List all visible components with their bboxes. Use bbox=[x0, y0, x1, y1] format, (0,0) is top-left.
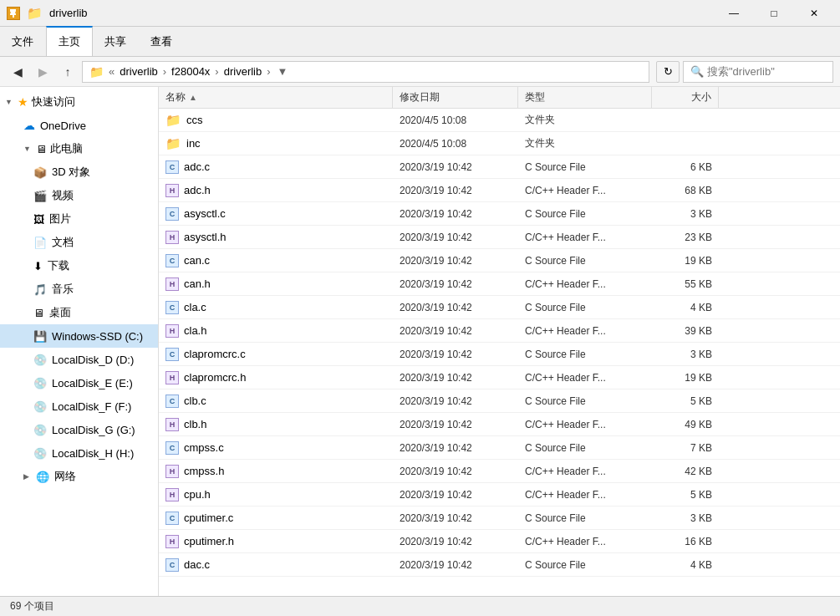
file-size: 16 KB bbox=[652, 536, 719, 547]
addr-folder-icon: 📁 bbox=[89, 65, 104, 79]
downloads-label: 下载 bbox=[48, 258, 69, 273]
col-header-size[interactable]: 大小 bbox=[652, 87, 719, 109]
sidebar-item-music[interactable]: 🎵 音乐 bbox=[0, 277, 158, 301]
file-type: C Source File bbox=[518, 512, 652, 524]
table-row[interactable]: 📁 inc 2020/4/5 10:08 文件夹 bbox=[159, 132, 840, 155]
table-row[interactable]: C clapromcrc.c 2020/3/19 10:42 C Source … bbox=[159, 343, 840, 366]
file-size: 19 KB bbox=[652, 372, 719, 384]
onedrive-label: OneDrive bbox=[40, 120, 86, 132]
sidebar-item-d-drive[interactable]: 💿 LocalDisk_D (D:) bbox=[0, 348, 158, 371]
file-size: 5 KB bbox=[652, 395, 719, 407]
file-type: C Source File bbox=[518, 255, 652, 267]
table-row[interactable]: C asysctl.c 2020/3/19 10:42 C Source Fil… bbox=[159, 202, 840, 226]
forward-button[interactable]: ▶ bbox=[32, 61, 53, 83]
folder-icon: 📁 bbox=[165, 113, 181, 128]
close-button[interactable]: ✕ bbox=[795, 0, 833, 27]
sidebar-item-quick-access[interactable]: ▼ ★ 快速访问 bbox=[0, 90, 158, 114]
table-row[interactable]: C cmpss.c 2020/3/19 10:42 C Source File … bbox=[159, 436, 840, 460]
quick-access-label: 快速访问 bbox=[32, 94, 75, 109]
c-file-icon: C bbox=[165, 254, 179, 267]
col-header-type[interactable]: 类型 bbox=[518, 87, 652, 109]
table-row[interactable]: C clb.c 2020/3/19 10:42 C Source File 5 … bbox=[159, 389, 840, 413]
file-type: C/C++ Header F... bbox=[518, 466, 652, 477]
table-row[interactable]: C cputimer.c 2020/3/19 10:42 C Source Fi… bbox=[159, 507, 840, 530]
h-drive-icon: 💿 bbox=[33, 447, 47, 460]
up-button[interactable]: ↑ bbox=[57, 61, 79, 83]
sidebar-item-onedrive[interactable]: ☁ OneDrive bbox=[0, 114, 158, 137]
sidebar-item-pictures[interactable]: 🖼 图片 bbox=[0, 207, 158, 231]
table-row[interactable]: H clapromcrc.h 2020/3/19 10:42 C/C++ Hea… bbox=[159, 366, 840, 389]
file-name: can.h bbox=[184, 277, 211, 290]
search-input[interactable] bbox=[707, 65, 840, 78]
table-row[interactable]: H cla.h 2020/3/19 10:42 C/C++ Header F..… bbox=[159, 319, 840, 343]
maximize-button[interactable]: □ bbox=[755, 0, 793, 27]
file-name: clapromcrc.h bbox=[184, 371, 246, 384]
network-icon: ▶ bbox=[23, 472, 29, 481]
addr-part-1: driverlib bbox=[120, 65, 158, 78]
c-drive-label: Windows-SSD (C:) bbox=[52, 330, 143, 343]
c-file-icon: C bbox=[165, 558, 179, 572]
sidebar-item-video[interactable]: 🎬 视频 bbox=[0, 184, 158, 207]
file-type: C/C++ Header F... bbox=[518, 325, 652, 337]
table-row[interactable]: H asysctl.h 2020/3/19 10:42 C/C++ Header… bbox=[159, 226, 840, 249]
table-row[interactable]: H adc.h 2020/3/19 10:42 C/C++ Header F..… bbox=[159, 179, 840, 202]
sort-arrow-name: ▲ bbox=[189, 93, 197, 102]
sidebar-item-e-drive[interactable]: 💿 LocalDisk_E (E:) bbox=[0, 371, 158, 395]
h-file-icon: H bbox=[165, 535, 179, 548]
file-date: 2020/3/19 10:42 bbox=[393, 161, 518, 173]
file-name: clb.h bbox=[184, 418, 206, 430]
table-row[interactable]: C cla.c 2020/3/19 10:42 C Source File 4 … bbox=[159, 296, 840, 319]
minimize-button[interactable]: — bbox=[715, 0, 753, 27]
file-type: C/C++ Header F... bbox=[518, 278, 652, 290]
sidebar-item-h-drive[interactable]: 💿 LocalDisk_H (H:) bbox=[0, 441, 158, 465]
sidebar-item-desktop[interactable]: 🖥 桌面 bbox=[0, 301, 158, 324]
sidebar-item-network[interactable]: ▶ 🌐 网络 bbox=[0, 465, 158, 488]
sidebar-item-thispc[interactable]: ▼ 🖥 此电脑 bbox=[0, 137, 158, 160]
tab-share[interactable]: 共享 bbox=[93, 27, 139, 56]
file-date: 2020/3/19 10:42 bbox=[393, 442, 518, 454]
table-row[interactable]: 📁 ccs 2020/4/5 10:08 文件夹 bbox=[159, 109, 840, 132]
table-row[interactable]: H cmpss.h 2020/3/19 10:42 C/C++ Header F… bbox=[159, 460, 840, 483]
folder-icon: 📁 bbox=[165, 136, 181, 151]
tab-view[interactable]: 查看 bbox=[139, 27, 185, 56]
address-box[interactable]: 📁 « driverlib › f28004x › driverlib › ▼ bbox=[82, 61, 649, 83]
h-drive-label: LocalDisk_H (H:) bbox=[52, 447, 134, 460]
file-size: 4 KB bbox=[652, 302, 719, 313]
addr-part-2: f28004x bbox=[171, 65, 210, 78]
addr-part-3: driverlib bbox=[224, 65, 262, 78]
tab-file[interactable]: 文件 bbox=[0, 27, 46, 56]
music-icon: 🎵 bbox=[33, 283, 47, 296]
sidebar-item-docs[interactable]: 📄 文档 bbox=[0, 231, 158, 254]
col-header-name[interactable]: 名称 ▲ bbox=[159, 87, 393, 109]
file-date: 2020/3/19 10:42 bbox=[393, 208, 518, 220]
file-name: ccs bbox=[186, 114, 203, 126]
table-row[interactable]: H cpu.h 2020/3/19 10:42 C/C++ Header F..… bbox=[159, 483, 840, 507]
pictures-icon: 🖼 bbox=[33, 213, 44, 226]
table-row[interactable]: H can.h 2020/3/19 10:42 C/C++ Header F..… bbox=[159, 272, 840, 296]
table-row[interactable]: C can.c 2020/3/19 10:42 C Source File 19… bbox=[159, 249, 840, 272]
sidebar-item-downloads[interactable]: ⬇ 下载 bbox=[0, 254, 158, 277]
file-size: 39 KB bbox=[652, 325, 719, 337]
h-file-icon: H bbox=[165, 277, 179, 291]
sidebar-item-3d[interactable]: 📦 3D 对象 bbox=[0, 160, 158, 184]
sidebar: ▼ ★ 快速访问 ☁ OneDrive ▼ 🖥 此电脑 📦 3D 对象 🎬 视频… bbox=[0, 87, 159, 596]
file-name: cmpss.c bbox=[184, 441, 224, 454]
tab-home[interactable]: 主页 bbox=[46, 26, 93, 56]
sidebar-item-g-drive[interactable]: 💿 LocalDisk_G (G:) bbox=[0, 418, 158, 441]
table-row[interactable]: H cputimer.h 2020/3/19 10:42 C/C++ Heade… bbox=[159, 530, 840, 553]
back-button[interactable]: ◀ bbox=[7, 61, 28, 83]
sidebar-item-c-drive[interactable]: 💾 Windows-SSD (C:) bbox=[0, 324, 158, 348]
c-file-icon: C bbox=[165, 207, 179, 221]
table-row[interactable]: H clb.h 2020/3/19 10:42 C/C++ Header F..… bbox=[159, 413, 840, 436]
refresh-button[interactable]: ↻ bbox=[656, 61, 680, 83]
table-row[interactable]: C dac.c 2020/3/19 10:42 C Source File 4 … bbox=[159, 553, 840, 577]
file-date: 2020/3/19 10:42 bbox=[393, 278, 518, 290]
chev-icon: ▼ bbox=[23, 145, 31, 153]
file-date: 2020/3/19 10:42 bbox=[393, 466, 518, 477]
col-header-date[interactable]: 修改日期 bbox=[393, 87, 518, 109]
file-size: 3 KB bbox=[652, 512, 719, 524]
table-row[interactable]: C adc.c 2020/3/19 10:42 C Source File 6 … bbox=[159, 155, 840, 179]
sidebar-item-f-drive[interactable]: 💿 LocalDisk_F (F:) bbox=[0, 395, 158, 418]
pc-icon: 🖥 bbox=[36, 143, 47, 155]
file-size: 68 KB bbox=[652, 185, 719, 196]
